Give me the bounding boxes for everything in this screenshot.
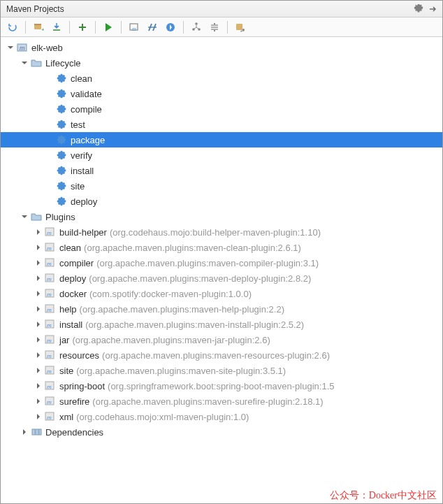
panel-title-bar: Maven Projects xyxy=(1,1,442,17)
plugin-icon: m xyxy=(44,241,57,254)
plugin-detail: (org.apache.maven.plugins:maven-compiler… xyxy=(96,258,319,268)
svg-text:m: m xyxy=(47,291,52,298)
maven-tree[interactable]: m elk-web Lifecycle cleanvalidatecompile… xyxy=(1,37,442,503)
add-project-button[interactable]: + xyxy=(31,20,46,35)
chevron-down-icon[interactable] xyxy=(19,57,30,69)
lifecycle-phase-test[interactable]: test xyxy=(1,117,442,132)
run-button[interactable] xyxy=(101,20,116,35)
gear-icon[interactable] xyxy=(412,2,426,16)
settings-button[interactable] xyxy=(233,20,248,35)
chevron-right-icon[interactable] xyxy=(33,288,44,299)
gear-icon xyxy=(55,195,68,208)
chevron-right-icon[interactable] xyxy=(33,242,44,253)
project-node[interactable]: m elk-web xyxy=(1,40,442,55)
plugin-node-docker[interactable]: mdocker(com.spotify:docker-maven-plugin:… xyxy=(1,286,442,301)
plugin-name: compiler xyxy=(59,258,94,268)
chevron-right-icon[interactable] xyxy=(33,334,44,345)
chevron-right-icon[interactable] xyxy=(33,303,44,315)
lifecycle-phase-install[interactable]: install xyxy=(1,163,442,178)
svg-text:m: m xyxy=(47,322,52,329)
plugin-detail: (org.apache.maven.plugins:maven-jar-plug… xyxy=(72,335,270,345)
plugin-node-clean[interactable]: mclean(org.apache.maven.plugins:maven-cl… xyxy=(1,240,442,255)
plugin-node-build-helper[interactable]: mbuild-helper(org.codehaus.mojo:build-he… xyxy=(1,224,442,240)
chevron-right-icon[interactable] xyxy=(33,411,44,422)
svg-text:m: m xyxy=(47,415,52,421)
phase-label: site xyxy=(71,181,85,192)
hide-icon[interactable] xyxy=(426,2,440,16)
collapse-all-button[interactable] xyxy=(207,20,222,35)
chevron-down-icon[interactable] xyxy=(19,211,30,222)
dependencies-node[interactable]: Dependencies xyxy=(1,424,442,440)
toolbar-separator xyxy=(95,21,96,34)
plugin-name: install xyxy=(59,319,82,330)
plugin-node-compiler[interactable]: mcompiler(org.apache.maven.plugins:maven… xyxy=(1,255,442,271)
folder-icon xyxy=(30,57,43,69)
plugin-node-jar[interactable]: mjar(org.apache.maven.plugins:maven-jar-… xyxy=(1,332,442,347)
svg-text:m: m xyxy=(47,276,52,282)
toggle-skip-tests-button[interactable] xyxy=(145,20,160,35)
plugin-node-resources[interactable]: mresources(org.apache.maven.plugins:mave… xyxy=(1,347,442,363)
chevron-right-icon[interactable] xyxy=(33,273,44,284)
plugin-node-help[interactable]: mhelp(org.apache.maven.plugins:maven-hel… xyxy=(1,301,442,317)
lifecycle-phase-validate[interactable]: validate xyxy=(1,86,442,101)
chevron-right-icon[interactable] xyxy=(33,350,44,361)
chevron-right-icon[interactable] xyxy=(33,257,44,268)
plugin-name: docker xyxy=(59,289,87,299)
svg-point-6 xyxy=(195,22,198,25)
chevron-right-icon[interactable] xyxy=(19,426,30,438)
plugin-node-install[interactable]: minstall(org.apache.maven.plugins:maven-… xyxy=(1,317,442,332)
phase-label: clean xyxy=(71,73,92,84)
gear-icon xyxy=(55,134,68,146)
lifecycle-phase-site[interactable]: site xyxy=(1,178,442,194)
lifecycle-phase-deploy[interactable]: deploy xyxy=(1,194,442,209)
lifecycle-node[interactable]: Lifecycle xyxy=(1,55,442,71)
plugin-name: deploy xyxy=(59,273,86,284)
chevron-right-icon[interactable] xyxy=(33,380,44,391)
svg-text:m: m xyxy=(47,230,52,236)
plugin-detail: (org.apache.maven.plugins:maven-clean-pl… xyxy=(84,243,301,253)
svg-text:m: m xyxy=(47,399,52,405)
lifecycle-phase-package[interactable]: package xyxy=(1,132,442,147)
plugin-detail: (org.apache.maven.plugins:maven-site-plu… xyxy=(76,366,286,376)
plugin-name: resources xyxy=(59,350,99,361)
svg-rect-40 xyxy=(39,429,41,435)
plugin-name: spring-boot xyxy=(59,381,105,391)
chevron-right-icon[interactable] xyxy=(33,396,44,407)
phase-label: test xyxy=(71,120,85,130)
svg-rect-39 xyxy=(36,429,38,435)
show-dependencies-button[interactable] xyxy=(189,20,204,35)
lifecycle-phase-clean[interactable]: clean xyxy=(1,71,442,86)
plugin-node-xml[interactable]: mxml(org.codehaus.mojo:xml-maven-plugin:… xyxy=(1,409,442,424)
plugin-name: build-helper xyxy=(59,227,107,238)
plugin-detail: (org.codehaus.mojo:xml-maven-plugin:1.0) xyxy=(76,412,249,422)
dependencies-label: Dependencies xyxy=(45,427,103,438)
plugin-node-spring-boot[interactable]: mspring-boot(org.springframework.boot:sp… xyxy=(1,378,442,394)
svg-text:m: m xyxy=(47,384,52,390)
panel-title: Maven Projects xyxy=(6,4,412,14)
chevron-right-icon[interactable] xyxy=(33,226,44,238)
svg-rect-38 xyxy=(32,429,35,435)
toolbar-separator xyxy=(121,21,122,34)
chevron-right-icon[interactable] xyxy=(33,365,44,376)
svg-rect-9 xyxy=(236,24,242,30)
lifecycle-phase-verify[interactable]: verify xyxy=(1,147,442,163)
svg-text:m: m xyxy=(20,45,25,52)
plugin-node-site[interactable]: msite(org.apache.maven.plugins:maven-sit… xyxy=(1,363,442,378)
add-button[interactable] xyxy=(75,20,90,35)
execute-goal-button[interactable]: m xyxy=(126,20,142,35)
phase-label: deploy xyxy=(71,196,97,207)
svg-text:m: m xyxy=(47,245,52,252)
download-sources-button[interactable] xyxy=(49,20,64,35)
gear-icon xyxy=(55,149,68,161)
plugin-node-deploy[interactable]: mdeploy(org.apache.maven.plugins:maven-d… xyxy=(1,271,442,286)
svg-rect-1 xyxy=(34,24,41,25)
gear-icon xyxy=(55,103,68,115)
toggle-offline-button[interactable] xyxy=(163,20,178,35)
plugins-node[interactable]: Plugins xyxy=(1,209,442,224)
plugin-node-surefire[interactable]: msurefire(org.apache.maven.plugins:maven… xyxy=(1,394,442,409)
refresh-button[interactable] xyxy=(5,20,20,35)
chevron-right-icon[interactable] xyxy=(33,319,44,330)
lifecycle-phase-compile[interactable]: compile xyxy=(1,101,442,117)
toolbar-separator xyxy=(227,21,228,34)
chevron-down-icon[interactable] xyxy=(5,42,16,53)
